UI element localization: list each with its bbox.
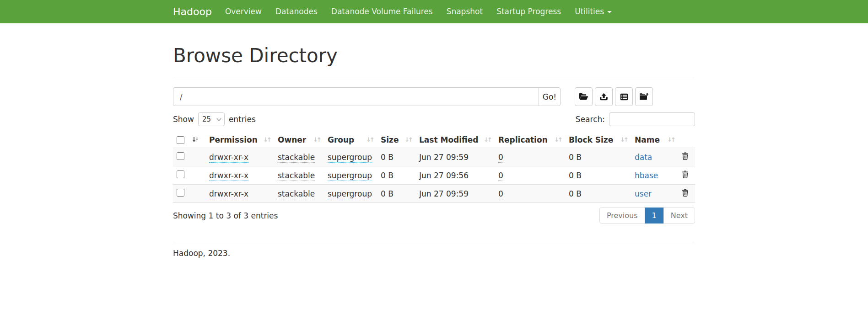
trash-icon [682, 189, 689, 197]
title-divider [173, 78, 695, 78]
entries-label: entries [229, 115, 256, 124]
trash-icon [682, 152, 689, 160]
search-input[interactable] [609, 112, 695, 126]
select-all-checkbox[interactable] [177, 136, 184, 144]
header-block-size-label: Block Size [569, 135, 613, 144]
sort-both-icon [667, 136, 674, 143]
upload-icon [599, 93, 608, 101]
owner-value[interactable]: stackable [278, 189, 315, 199]
sort-both-icon [263, 136, 270, 143]
create-directory-button[interactable] [575, 87, 593, 106]
footer-text: Hadoop, 2023. [173, 249, 695, 258]
header-last-modified[interactable]: Last Modified [415, 133, 495, 148]
table-header-row: Permission Owner Group Size Last Modifie… [173, 133, 695, 148]
pagination-page-1[interactable]: 1 [645, 208, 664, 224]
nav-datanodes[interactable]: Datanodes [269, 7, 324, 16]
directory-link[interactable]: hbase [635, 171, 658, 180]
page-title: Browse Directory [173, 44, 695, 67]
path-input[interactable] [173, 87, 539, 106]
pagination-previous[interactable]: Previous [599, 208, 645, 224]
header-select-all[interactable] [173, 133, 205, 148]
table-row: drwxr-xr-x stackable supergroup 0 B Jun … [173, 166, 695, 185]
sort-both-icon [366, 136, 373, 143]
upload-file-button[interactable] [595, 87, 613, 106]
header-name[interactable]: Name [631, 133, 678, 148]
permission-value[interactable]: drwxr-xr-x [209, 171, 248, 181]
last-modified-value: Jun 27 09:59 [415, 185, 495, 203]
header-owner-label: Owner [278, 135, 306, 144]
sort-both-icon [404, 136, 412, 143]
delete-button[interactable] [682, 152, 689, 160]
group-value[interactable]: supergroup [328, 171, 372, 181]
brand-hadoop[interactable]: Hadoop [173, 6, 212, 17]
row-checkbox[interactable] [177, 152, 184, 160]
top-navbar: Hadoop Overview Datanodes Datanode Volum… [0, 0, 868, 23]
block-size-value: 0 B [565, 148, 631, 166]
nav-utilities-dropdown[interactable]: Utilities [568, 7, 619, 16]
header-replication-label: Replication [498, 135, 548, 144]
trash-icon [682, 170, 689, 178]
header-last-modified-label: Last Modified [419, 135, 478, 144]
table-row: drwxr-xr-x stackable supergroup 0 B Jun … [173, 148, 695, 166]
block-size-value: 0 B [565, 166, 631, 185]
replication-value[interactable]: 0 [498, 189, 503, 199]
last-modified-value: Jun 27 09:56 [415, 166, 495, 185]
sort-both-icon [554, 136, 561, 143]
caret-down-icon [607, 11, 612, 13]
directory-link[interactable]: data [635, 153, 652, 162]
directory-link[interactable]: user [635, 189, 652, 198]
header-permission-label: Permission [209, 135, 258, 144]
header-group[interactable]: Group [324, 133, 377, 148]
header-size[interactable]: Size [377, 133, 415, 148]
page-size-value: 25 [202, 115, 211, 123]
row-checkbox[interactable] [177, 170, 184, 178]
delete-button[interactable] [682, 170, 689, 178]
header-permission[interactable]: Permission [205, 133, 274, 148]
footer-divider [173, 242, 695, 242]
header-name-label: Name [635, 135, 660, 144]
delete-button[interactable] [682, 189, 689, 197]
header-size-label: Size [381, 135, 399, 144]
header-block-size[interactable]: Block Size [565, 133, 631, 148]
owner-value[interactable]: stackable [278, 171, 315, 181]
show-label: Show [173, 115, 194, 124]
nav-datanode-volume-failures[interactable]: Datanode Volume Failures [324, 7, 440, 16]
folder-open-icon [579, 93, 588, 101]
header-replication[interactable]: Replication [495, 133, 565, 148]
sort-descending-icon [192, 137, 199, 143]
sort-both-icon [620, 136, 627, 143]
entries-summary: Showing 1 to 3 of 3 entries [173, 211, 278, 220]
nav-startup-progress[interactable]: Startup Progress [490, 7, 568, 16]
last-modified-value: Jun 27 09:59 [415, 148, 495, 166]
replication-value[interactable]: 0 [498, 171, 503, 181]
directory-table: Permission Owner Group Size Last Modifie… [173, 133, 695, 203]
move-paste-button[interactable] [635, 87, 653, 106]
header-owner[interactable]: Owner [274, 133, 324, 148]
row-checkbox[interactable] [177, 189, 184, 197]
owner-value[interactable]: stackable [278, 153, 315, 163]
size-value: 0 B [377, 166, 415, 185]
permission-value[interactable]: drwxr-xr-x [209, 189, 248, 199]
cut-paste-button[interactable] [615, 87, 633, 106]
nav-utilities-label: Utilities [575, 7, 604, 16]
size-value: 0 B [377, 185, 415, 203]
folder-transfer-icon [639, 93, 649, 101]
nav-snapshot[interactable]: Snapshot [440, 7, 490, 16]
permission-value[interactable]: drwxr-xr-x [209, 153, 248, 163]
sort-both-icon [484, 136, 491, 143]
chevron-down-icon [216, 116, 221, 121]
table-row: drwxr-xr-x stackable supergroup 0 B Jun … [173, 185, 695, 203]
go-button[interactable]: Go! [539, 87, 561, 106]
nav-overview[interactable]: Overview [218, 7, 269, 16]
size-value: 0 B [377, 148, 415, 166]
table-controls: Show 25 entries Search: [173, 112, 695, 126]
sort-both-icon [313, 136, 320, 143]
group-value[interactable]: supergroup [328, 189, 372, 199]
group-value[interactable]: supergroup [328, 153, 372, 163]
search-label: Search: [576, 115, 605, 124]
page-size-select[interactable]: 25 [198, 112, 225, 126]
pagination-next[interactable]: Next [663, 208, 695, 224]
pagination: Previous 1 Next [599, 208, 695, 224]
replication-value[interactable]: 0 [498, 153, 503, 163]
block-size-value: 0 B [565, 185, 631, 203]
